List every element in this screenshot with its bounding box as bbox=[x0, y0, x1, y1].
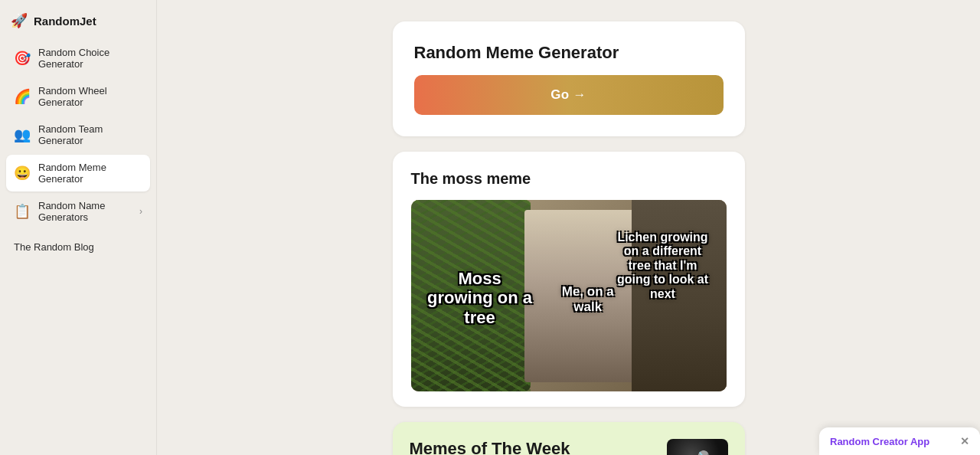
close-icon[interactable]: ✕ bbox=[960, 435, 969, 447]
sidebar-item-random-team[interactable]: 👥 Random Team Generator bbox=[6, 116, 150, 153]
sidebar-item-blog[interactable]: The Random Blog bbox=[6, 234, 150, 260]
meme-text-right: Lichen growing on a different tree that … bbox=[613, 231, 713, 301]
bottom-widget[interactable]: Random Creator App ✕ bbox=[819, 427, 980, 455]
sidebar-item-label: Random Wheel Generator bbox=[38, 85, 142, 108]
sidebar-item-label: Random Meme Generator bbox=[38, 162, 142, 185]
sidebar-item-label: Random Choice Generator bbox=[38, 47, 142, 70]
sidebar-item-random-choice[interactable]: 🎯 Random Choice Generator bbox=[6, 40, 150, 77]
meme-text-left: Moss growing on a tree bbox=[426, 269, 534, 327]
motw-card[interactable]: Memes of The Week 🎤 bbox=[393, 422, 745, 455]
meme-image: Moss growing on a tree Me, on a walk Lic… bbox=[411, 200, 727, 391]
chevron-right-icon: › bbox=[139, 206, 142, 217]
meme-title: The moss meme bbox=[411, 170, 727, 188]
sidebar-item-random-meme[interactable]: 😀 Random Meme Generator bbox=[6, 155, 150, 191]
blog-label: The Random Blog bbox=[14, 241, 94, 253]
motw-thumbnail: 🎤 bbox=[667, 439, 728, 455]
brand: 🚀 RandomJet bbox=[6, 6, 150, 38]
meme-card: The moss meme Moss growing on a tree Me,… bbox=[393, 152, 745, 407]
sidebar-item-label: Random Team Generator bbox=[38, 123, 142, 146]
sidebar-item-random-wheel[interactable]: 🌈 Random Wheel Generator bbox=[6, 78, 150, 115]
random-name-icon: 📋 bbox=[14, 203, 31, 220]
random-team-icon: 👥 bbox=[14, 126, 31, 143]
sidebar: 🚀 RandomJet 🎯 Random Choice Generator 🌈 … bbox=[0, 0, 157, 455]
random-wheel-icon: 🌈 bbox=[14, 88, 31, 105]
random-meme-icon: 😀 bbox=[14, 165, 31, 182]
microphone-icon: 🎤 bbox=[684, 450, 710, 456]
meme-scene: Moss growing on a tree Me, on a walk Lic… bbox=[411, 200, 727, 391]
brand-name: RandomJet bbox=[34, 15, 96, 28]
sidebar-item-label: Random Name Generators bbox=[38, 200, 132, 223]
random-choice-icon: 🎯 bbox=[14, 50, 31, 67]
sidebar-item-random-name[interactable]: 📋 Random Name Generators › bbox=[6, 193, 150, 230]
hero-card: Random Meme Generator Go → bbox=[393, 21, 745, 136]
page-title: Random Meme Generator bbox=[414, 43, 724, 63]
brand-icon: 🚀 bbox=[11, 12, 28, 29]
go-button[interactable]: Go → bbox=[414, 75, 724, 115]
main-content: Random Meme Generator Go → The moss meme… bbox=[157, 0, 980, 455]
motw-title: Memes of The Week bbox=[410, 439, 653, 455]
widget-label: Random Creator App bbox=[830, 436, 929, 447]
content-column: Random Meme Generator Go → The moss meme… bbox=[393, 21, 745, 455]
motw-thumb-inner: 🎤 bbox=[667, 439, 728, 455]
